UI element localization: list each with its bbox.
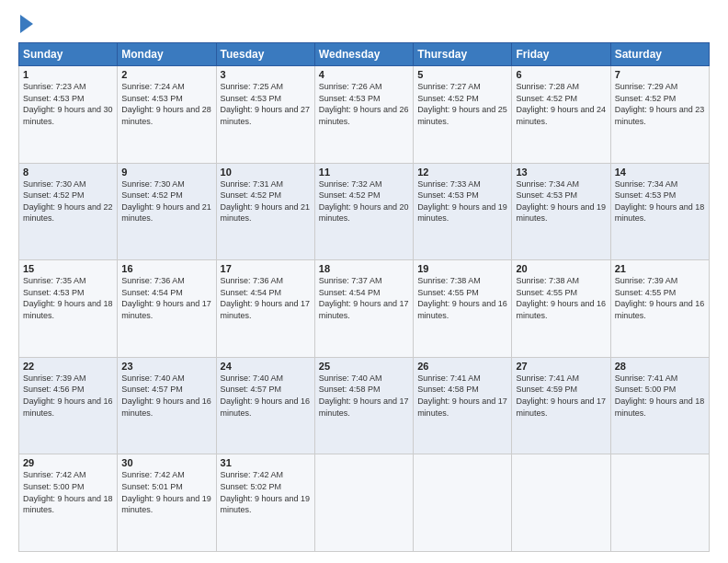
day-number: 27 [516,361,606,372]
day-number: 4 [319,69,409,80]
day-number: 24 [221,361,311,372]
calendar-cell: 31Sunrise: 7:42 AMSunset: 5:02 PMDayligh… [216,454,314,552]
calendar-cell: 27Sunrise: 7:41 AMSunset: 4:59 PMDayligh… [512,357,610,454]
calendar-cell: 25Sunrise: 7:40 AMSunset: 4:58 PMDayligh… [314,357,413,454]
day-info: Sunrise: 7:26 AMSunset: 4:53 PMDaylight:… [319,81,409,127]
day-number: 17 [221,263,311,274]
calendar-cell [314,454,413,552]
day-info: Sunrise: 7:27 AMSunset: 4:52 PMDaylight:… [417,81,507,127]
header-day-sunday: Sunday [19,43,118,66]
calendar-cell: 13Sunrise: 7:34 AMSunset: 4:53 PMDayligh… [512,163,610,260]
day-info: Sunrise: 7:39 AMSunset: 4:55 PMDaylight:… [615,275,705,321]
calendar-cell: 16Sunrise: 7:36 AMSunset: 4:54 PMDayligh… [118,260,216,358]
day-info: Sunrise: 7:42 AMSunset: 5:01 PMDaylight:… [121,469,211,515]
day-info: Sunrise: 7:42 AMSunset: 5:00 PMDaylight:… [23,469,113,515]
calendar-cell: 19Sunrise: 7:38 AMSunset: 4:55 PMDayligh… [414,260,512,358]
day-info: Sunrise: 7:36 AMSunset: 4:54 PMDaylight:… [221,275,311,321]
header [18,15,710,33]
calendar-cell: 2Sunrise: 7:24 AMSunset: 4:53 PMDaylight… [118,66,216,164]
day-number: 29 [23,457,113,468]
day-info: Sunrise: 7:31 AMSunset: 4:52 PMDaylight:… [221,178,311,224]
day-number: 13 [516,167,606,178]
day-number: 31 [221,457,311,468]
day-info: Sunrise: 7:25 AMSunset: 4:53 PMDaylight:… [221,81,311,127]
calendar-cell [610,454,709,552]
calendar-cell: 10Sunrise: 7:31 AMSunset: 4:52 PMDayligh… [216,163,314,260]
day-number: 26 [417,361,507,372]
day-number: 21 [615,263,705,274]
calendar-cell: 18Sunrise: 7:37 AMSunset: 4:54 PMDayligh… [314,260,413,358]
calendar-cell: 4Sunrise: 7:26 AMSunset: 4:53 PMDaylight… [314,66,413,164]
calendar: SundayMondayTuesdayWednesdayThursdayFrid… [18,42,710,552]
day-info: Sunrise: 7:34 AMSunset: 4:53 PMDaylight:… [615,178,705,224]
header-day-saturday: Saturday [610,43,709,66]
calendar-cell: 24Sunrise: 7:40 AMSunset: 4:57 PMDayligh… [216,357,314,454]
day-number: 15 [23,263,113,274]
day-number: 25 [319,361,409,372]
day-number: 16 [121,263,211,274]
calendar-cell: 30Sunrise: 7:42 AMSunset: 5:01 PMDayligh… [118,454,216,552]
calendar-cell: 29Sunrise: 7:42 AMSunset: 5:00 PMDayligh… [19,454,118,552]
day-info: Sunrise: 7:38 AMSunset: 4:55 PMDaylight:… [516,275,606,321]
header-day-thursday: Thursday [414,43,512,66]
calendar-cell: 17Sunrise: 7:36 AMSunset: 4:54 PMDayligh… [216,260,314,358]
day-number: 22 [23,361,113,372]
logo-arrow-icon [20,15,33,33]
day-number: 8 [23,167,113,178]
day-info: Sunrise: 7:40 AMSunset: 4:58 PMDaylight:… [319,373,409,419]
day-info: Sunrise: 7:42 AMSunset: 5:02 PMDaylight:… [221,469,311,515]
day-info: Sunrise: 7:40 AMSunset: 4:57 PMDaylight:… [121,373,211,419]
day-info: Sunrise: 7:41 AMSunset: 5:00 PMDaylight:… [615,373,705,419]
week-row-3: 15Sunrise: 7:35 AMSunset: 4:53 PMDayligh… [19,260,710,358]
day-number: 30 [121,457,211,468]
calendar-cell: 5Sunrise: 7:27 AMSunset: 4:52 PMDaylight… [414,66,512,164]
week-row-5: 29Sunrise: 7:42 AMSunset: 5:00 PMDayligh… [19,454,710,552]
calendar-cell [414,454,512,552]
day-number: 7 [615,69,705,80]
day-number: 18 [319,263,409,274]
day-info: Sunrise: 7:35 AMSunset: 4:53 PMDaylight:… [23,275,113,321]
day-info: Sunrise: 7:39 AMSunset: 4:56 PMDaylight:… [23,373,113,419]
header-day-tuesday: Tuesday [216,43,314,66]
day-number: 14 [615,167,705,178]
calendar-cell: 23Sunrise: 7:40 AMSunset: 4:57 PMDayligh… [118,357,216,454]
day-number: 28 [615,361,705,372]
day-number: 3 [221,69,311,80]
calendar-cell: 28Sunrise: 7:41 AMSunset: 5:00 PMDayligh… [610,357,709,454]
calendar-cell: 15Sunrise: 7:35 AMSunset: 4:53 PMDayligh… [19,260,118,358]
calendar-cell: 26Sunrise: 7:41 AMSunset: 4:58 PMDayligh… [414,357,512,454]
day-info: Sunrise: 7:41 AMSunset: 4:59 PMDaylight:… [516,373,606,419]
day-info: Sunrise: 7:37 AMSunset: 4:54 PMDaylight:… [319,275,409,321]
header-row: SundayMondayTuesdayWednesdayThursdayFrid… [19,43,710,66]
header-day-wednesday: Wednesday [314,43,413,66]
day-info: Sunrise: 7:34 AMSunset: 4:53 PMDaylight:… [516,178,606,224]
calendar-cell: 6Sunrise: 7:28 AMSunset: 4:52 PMDaylight… [512,66,610,164]
header-day-monday: Monday [118,43,216,66]
day-info: Sunrise: 7:33 AMSunset: 4:53 PMDaylight:… [417,178,507,224]
calendar-cell: 12Sunrise: 7:33 AMSunset: 4:53 PMDayligh… [414,163,512,260]
day-info: Sunrise: 7:40 AMSunset: 4:57 PMDaylight:… [221,373,311,419]
calendar-cell: 7Sunrise: 7:29 AMSunset: 4:52 PMDaylight… [610,66,709,164]
calendar-cell: 1Sunrise: 7:23 AMSunset: 4:53 PMDaylight… [19,66,118,164]
page: SundayMondayTuesdayWednesdayThursdayFrid… [0,0,728,563]
day-number: 2 [121,69,211,80]
day-number: 9 [121,167,211,178]
calendar-table: SundayMondayTuesdayWednesdayThursdayFrid… [18,42,710,552]
logo [18,15,33,33]
calendar-cell: 14Sunrise: 7:34 AMSunset: 4:53 PMDayligh… [610,163,709,260]
day-info: Sunrise: 7:41 AMSunset: 4:58 PMDaylight:… [417,373,507,419]
day-info: Sunrise: 7:32 AMSunset: 4:52 PMDaylight:… [319,178,409,224]
day-info: Sunrise: 7:29 AMSunset: 4:52 PMDaylight:… [615,81,705,127]
day-info: Sunrise: 7:23 AMSunset: 4:53 PMDaylight:… [23,81,113,127]
day-number: 6 [516,69,606,80]
day-info: Sunrise: 7:30 AMSunset: 4:52 PMDaylight:… [23,178,113,224]
day-info: Sunrise: 7:30 AMSunset: 4:52 PMDaylight:… [121,178,211,224]
calendar-cell [512,454,610,552]
day-number: 12 [417,167,507,178]
day-number: 19 [417,263,507,274]
calendar-cell: 9Sunrise: 7:30 AMSunset: 4:52 PMDaylight… [118,163,216,260]
calendar-cell: 8Sunrise: 7:30 AMSunset: 4:52 PMDaylight… [19,163,118,260]
day-number: 5 [417,69,507,80]
day-number: 23 [121,361,211,372]
week-row-4: 22Sunrise: 7:39 AMSunset: 4:56 PMDayligh… [19,357,710,454]
